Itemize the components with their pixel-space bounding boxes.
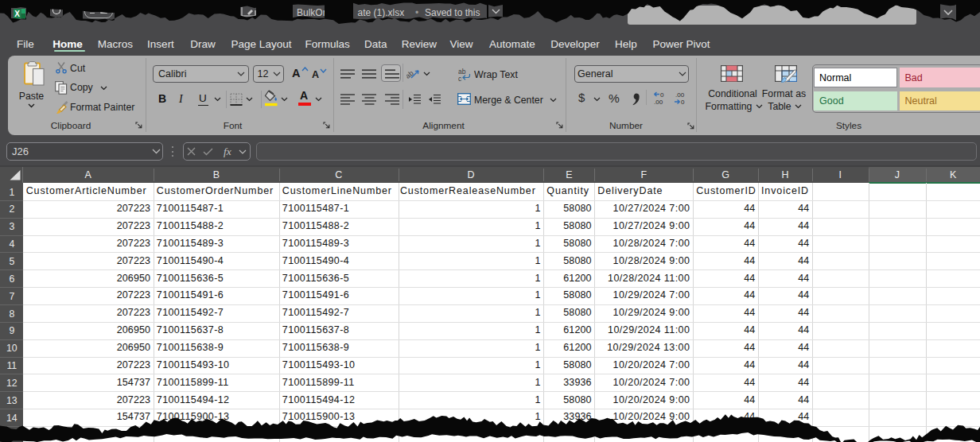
svg-text:ab: ab (406, 69, 415, 80)
svg-text:X: X (14, 10, 20, 18)
